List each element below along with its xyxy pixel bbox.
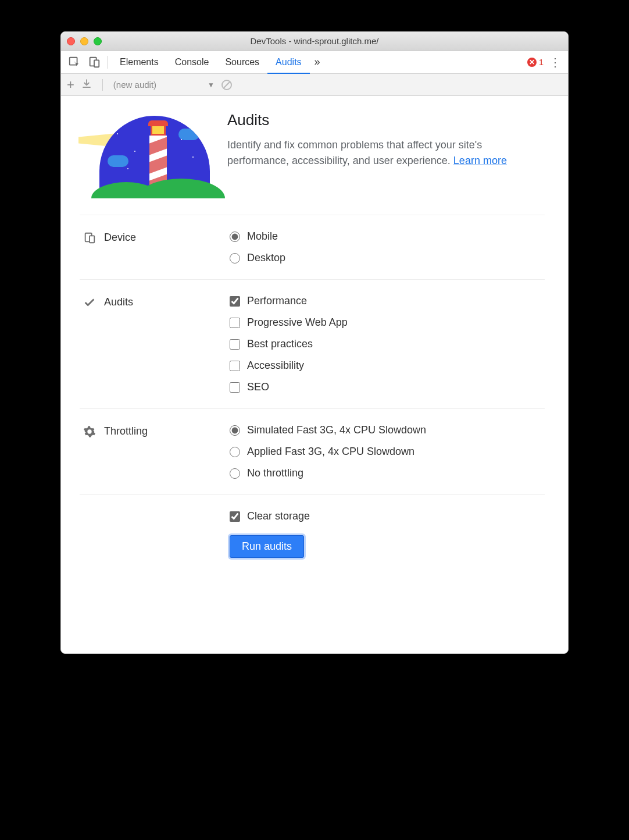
description-text: Identify and fix common problems that af… <box>227 139 482 166</box>
option-accessibility[interactable]: Accessibility <box>230 360 348 372</box>
radio-simulated[interactable] <box>230 425 240 436</box>
audits-toolbar: + (new audit) ▼ <box>61 74 568 96</box>
label-text: Device <box>104 232 136 244</box>
option-label: Simulated Fast 3G, 4x CPU Slowdown <box>247 424 426 436</box>
error-count: 1 <box>539 57 544 67</box>
label-text: Audits <box>104 296 133 308</box>
radio-mobile[interactable] <box>230 232 240 242</box>
option-label: Desktop <box>247 252 285 264</box>
download-icon[interactable] <box>81 79 92 91</box>
learn-more-link[interactable]: Learn more <box>453 155 507 166</box>
option-label: No throttling <box>247 467 303 479</box>
divider <box>102 79 103 91</box>
tab-console[interactable]: Console <box>167 51 217 73</box>
device-icon <box>83 232 96 244</box>
checkbox-seo[interactable] <box>230 382 240 393</box>
lighthouse-illustration <box>80 111 208 198</box>
checkbox-performance[interactable] <box>230 296 240 307</box>
option-desktop[interactable]: Desktop <box>230 252 285 264</box>
check-icon <box>83 296 96 309</box>
throttling-options: Simulated Fast 3G, 4x CPU Slowdown Appli… <box>230 424 426 479</box>
label-text: Throttling <box>104 425 148 437</box>
clear-icon[interactable] <box>221 80 232 90</box>
svg-rect-4 <box>90 236 94 243</box>
divider <box>108 56 108 69</box>
svg-rect-2 <box>94 60 99 67</box>
run-row: Clear storage Run audits <box>80 495 545 564</box>
traffic-lights <box>67 37 102 45</box>
tab-elements[interactable]: Elements <box>112 51 167 73</box>
checkbox-accessibility[interactable] <box>230 361 240 371</box>
section-label: Device <box>80 230 230 264</box>
more-tabs-icon[interactable]: » <box>310 56 325 68</box>
devtools-window: DevTools - wind-sprout.glitch.me/ Elemen… <box>60 31 569 654</box>
radio-desktop[interactable] <box>230 253 240 264</box>
option-label: Mobile <box>247 230 278 243</box>
checkbox-pwa[interactable] <box>230 318 240 328</box>
audit-selector-label: (new audit) <box>113 80 156 90</box>
section-label: Throttling <box>80 424 230 479</box>
option-label: Clear storage <box>247 510 310 522</box>
tab-label: Console <box>175 57 209 67</box>
section-device: Device Mobile Desktop <box>80 215 545 280</box>
error-icon: ✕ <box>527 58 537 67</box>
option-no-throttling[interactable]: No throttling <box>230 467 426 479</box>
titlebar: DevTools - wind-sprout.glitch.me/ <box>61 32 568 51</box>
device-options: Mobile Desktop <box>230 230 285 264</box>
device-toolbar-icon[interactable] <box>84 52 104 72</box>
option-applied[interactable]: Applied Fast 3G, 4x CPU Slowdown <box>230 446 426 458</box>
tab-sources[interactable]: Sources <box>217 51 267 73</box>
error-indicator[interactable]: ✕ 1 <box>527 57 544 67</box>
chevron-down-icon: ▼ <box>208 81 215 89</box>
panel-tabs: Elements Console Sources Audits » ✕ 1 ⋮ <box>61 51 568 74</box>
audits-content: Audits Identify and fix common problems … <box>61 96 568 653</box>
option-performance[interactable]: Performance <box>230 295 348 307</box>
option-best-practices[interactable]: Best practices <box>230 338 348 350</box>
radio-applied[interactable] <box>230 447 240 457</box>
kebab-menu-icon[interactable]: ⋮ <box>549 55 561 69</box>
checkbox-best-practices[interactable] <box>230 339 240 350</box>
section-audits: Audits Performance Progressive Web App B… <box>80 280 545 409</box>
option-seo[interactable]: SEO <box>230 381 348 393</box>
window-title: DevTools - wind-sprout.glitch.me/ <box>61 36 568 46</box>
tab-label: Sources <box>225 57 259 67</box>
new-audit-icon[interactable]: + <box>67 77 74 92</box>
option-simulated[interactable]: Simulated Fast 3G, 4x CPU Slowdown <box>230 424 426 436</box>
option-label: Progressive Web App <box>247 316 348 329</box>
option-label: Best practices <box>247 338 313 350</box>
tab-audits[interactable]: Audits <box>267 52 309 74</box>
audit-selector[interactable]: (new audit) ▼ <box>113 80 215 90</box>
option-label: SEO <box>247 381 269 393</box>
page-description: Identify and fix common problems that af… <box>227 137 545 169</box>
tab-label: Elements <box>120 57 159 67</box>
hero-text: Audits Identify and fix common problems … <box>227 111 545 198</box>
option-mobile[interactable]: Mobile <box>230 230 285 243</box>
option-label: Accessibility <box>247 360 304 372</box>
hero: Audits Identify and fix common problems … <box>80 111 545 215</box>
zoom-icon[interactable] <box>94 37 102 45</box>
option-clear-storage[interactable]: Clear storage <box>230 510 545 522</box>
page-title: Audits <box>227 111 545 129</box>
tab-label: Audits <box>276 57 301 67</box>
section-label: Audits <box>80 295 230 393</box>
checkbox-clear-storage[interactable] <box>230 511 240 522</box>
gear-icon <box>83 425 96 438</box>
option-pwa[interactable]: Progressive Web App <box>230 316 348 329</box>
audits-options: Performance Progressive Web App Best pra… <box>230 295 348 393</box>
close-icon[interactable] <box>67 37 75 45</box>
section-throttling: Throttling Simulated Fast 3G, 4x CPU Slo… <box>80 409 545 495</box>
radio-no-throttling[interactable] <box>230 468 240 479</box>
run-audits-button[interactable]: Run audits <box>230 535 304 558</box>
inspect-icon[interactable] <box>65 52 84 72</box>
minimize-icon[interactable] <box>80 37 88 45</box>
option-label: Performance <box>247 295 307 307</box>
option-label: Applied Fast 3G, 4x CPU Slowdown <box>247 446 414 458</box>
